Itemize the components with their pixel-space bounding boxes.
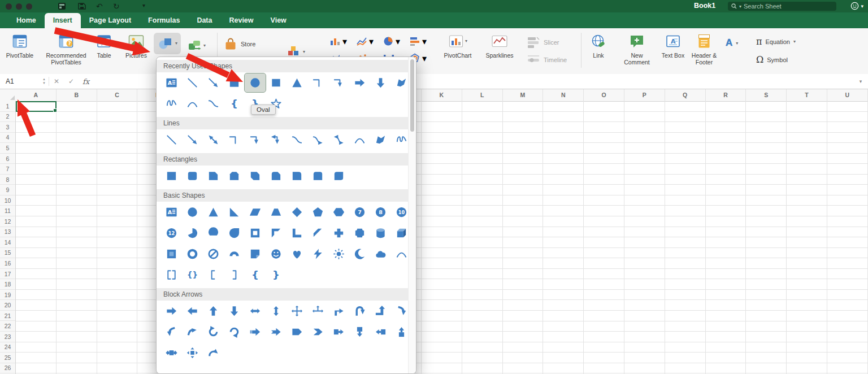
row-header-23[interactable]: 23 — [0, 332, 15, 342]
insert-function-button[interactable]: fx — [79, 77, 93, 86]
link-button[interactable]: Link — [585, 32, 611, 59]
shape-double-brace[interactable]: {} — [182, 266, 203, 284]
selected-cell-a1[interactable] — [16, 101, 57, 112]
save-icon[interactable] — [78, 1, 86, 11]
shape-arrow-right[interactable] — [349, 73, 370, 92]
row-header-25[interactable]: 25 — [0, 353, 15, 363]
search-scope-caret-icon[interactable] — [739, 4, 741, 9]
shape-bevel[interactable] — [161, 245, 182, 263]
column-header-R[interactable]: R — [706, 89, 747, 101]
row-header-14[interactable]: 14 — [0, 237, 15, 248]
shape-teardrop[interactable] — [224, 224, 245, 242]
formula-bar-expand-icon[interactable] — [853, 79, 868, 84]
feedback-button[interactable] — [850, 2, 863, 10]
shape-arrow-quad[interactable] — [287, 302, 307, 320]
shape-oval[interactable] — [182, 203, 203, 221]
scrollbar-thumb[interactable] — [410, 59, 414, 132]
row-header-22[interactable]: 22 — [0, 321, 15, 332]
column-header-C[interactable]: C — [97, 89, 138, 101]
shape-block-arc[interactable] — [224, 245, 245, 263]
shape-brace-right[interactable]: } — [266, 266, 287, 284]
select-all-corner[interactable] — [0, 89, 16, 102]
shape-arrow-bent[interactable] — [328, 302, 349, 320]
shape-text-box[interactable]: A — [161, 73, 182, 92]
shape-line[interactable] — [182, 73, 203, 92]
shape-arrow-left-right[interactable] — [245, 302, 266, 320]
row-header-12[interactable]: 12 — [0, 216, 15, 227]
my-addins-button[interactable] — [287, 45, 305, 58]
shape-plaque[interactable] — [349, 224, 370, 242]
shape-arrow-left[interactable] — [182, 302, 203, 320]
row-header-18[interactable]: 18 — [0, 279, 15, 290]
shape-right-triangle[interactable] — [224, 203, 245, 221]
row-header-6[interactable]: 6 — [0, 154, 15, 164]
column-header-B[interactable]: B — [57, 89, 97, 101]
row-header-11[interactable]: 11 — [0, 206, 15, 216]
shape-round-diagonal[interactable] — [328, 167, 349, 185]
shape-folded-corner[interactable] — [245, 245, 266, 263]
shape-circle-8[interactable]: 8 — [370, 203, 391, 221]
minimize-window-button[interactable] — [16, 3, 22, 10]
shape-arrow[interactable] — [203, 73, 224, 92]
shape-rect[interactable] — [161, 167, 182, 185]
sparklines-button[interactable]: Sparklines — [481, 32, 518, 59]
row-header-8[interactable]: 8 — [0, 175, 15, 185]
shape-pie[interactable] — [182, 224, 203, 242]
new-comment-button[interactable]: New Comment — [619, 32, 654, 66]
shape-brace-left[interactable]: { — [245, 266, 266, 284]
shape-circle-7[interactable]: 7 — [349, 203, 370, 221]
shape-snip-round-single[interactable] — [266, 167, 287, 185]
recommended-pivottables-button[interactable]: ? Recommended PivotTables — [43, 32, 89, 66]
close-window-button[interactable] — [6, 3, 12, 10]
column-header-T[interactable]: T — [787, 89, 827, 101]
insert-pie-chart-button[interactable] — [383, 33, 410, 50]
shape-triangle[interactable] — [287, 73, 307, 92]
shape-heart[interactable] — [287, 245, 307, 263]
tab-page-layout[interactable]: Page Layout — [81, 13, 140, 28]
shape-arrow-down[interactable] — [370, 73, 391, 92]
fill-handle[interactable] — [53, 108, 57, 112]
name-box-stepper[interactable]: ▲▼ — [40, 77, 49, 86]
shape-bracket-left[interactable] — [203, 266, 224, 284]
insert-column-chart-button[interactable] — [330, 33, 357, 50]
shape-l-shape[interactable] — [287, 224, 307, 242]
shape-scribble[interactable] — [161, 94, 182, 113]
wordart-button[interactable]: A — [726, 37, 738, 49]
zoom-window-button[interactable] — [26, 3, 32, 10]
shape-round-same-side[interactable] — [307, 167, 328, 185]
shapes-button[interactable] — [154, 33, 181, 54]
cancel-entry-icon[interactable] — [49, 77, 64, 85]
shape-can[interactable] — [370, 224, 391, 242]
pivottable-button[interactable]: PivotTable — [3, 32, 36, 59]
shape-trapezoid[interactable] — [266, 203, 287, 221]
tab-view[interactable]: View — [262, 13, 295, 28]
shape-snip-diagonal[interactable] — [245, 167, 266, 185]
shape-arc-line[interactable] — [349, 131, 370, 149]
shapes-menu-scrollbar[interactable] — [408, 57, 416, 373]
undo-icon[interactable] — [96, 1, 103, 11]
toolbar-options-caret-icon[interactable] — [142, 2, 145, 8]
shape-double-arrow[interactable] — [203, 131, 224, 149]
shape-cross[interactable] — [328, 224, 349, 242]
row-header-26[interactable]: 26 — [0, 363, 15, 374]
store-button[interactable]: Store — [224, 37, 255, 51]
shape-diamond[interactable] — [287, 203, 307, 221]
table-button[interactable]: Table — [92, 32, 116, 59]
row-header-15[interactable]: 15 — [0, 248, 15, 259]
search-field[interactable]: Search Sheet — [728, 2, 836, 11]
shape-arrow-callout-left[interactable] — [370, 323, 391, 341]
column-header-N[interactable]: N — [543, 89, 584, 101]
shape-arrow-circular-2[interactable] — [224, 323, 245, 341]
shape-rounded-rect[interactable] — [182, 167, 203, 185]
shape-sun[interactable] — [328, 245, 349, 263]
symbol-button[interactable]: Ω Symbol — [756, 54, 788, 65]
name-box[interactable]: A1 — [0, 74, 40, 89]
shape-arrow-quad-callout[interactable] — [182, 343, 203, 362]
smartart-button[interactable] — [188, 36, 206, 55]
shape-elbow-arrow[interactable] — [328, 73, 349, 92]
column-header-U[interactable]: U — [827, 89, 868, 101]
row-header-4[interactable]: 4 — [0, 133, 15, 143]
confirm-entry-icon[interactable] — [64, 77, 79, 85]
text-box-button[interactable]: A Text Box — [660, 32, 686, 59]
row-header-24[interactable]: 24 — [0, 342, 15, 353]
